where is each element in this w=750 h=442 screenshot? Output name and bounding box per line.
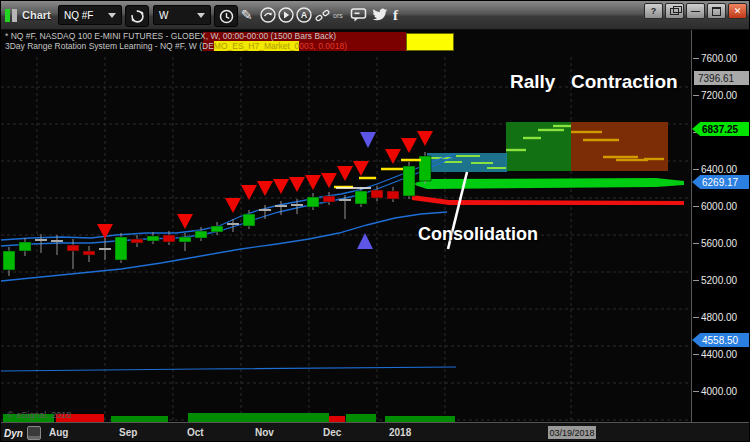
minimize-button[interactable]: — bbox=[686, 3, 705, 19]
chevron-down-icon bbox=[108, 13, 116, 18]
projection-zones bbox=[506, 122, 668, 171]
window-title: Chart bbox=[22, 5, 51, 25]
price-axis[interactable]: 7600.007200.006800.006400.006000.005600.… bbox=[691, 29, 750, 422]
sell-triangle-icon bbox=[225, 198, 241, 213]
price-tick-label: 7600.00 bbox=[701, 53, 737, 64]
time-axis-label: Nov bbox=[255, 427, 274, 438]
circled-play-icon bbox=[278, 7, 294, 23]
consolidation-band bbox=[427, 153, 507, 172]
app-icon bbox=[12, 9, 17, 22]
sell-triangle-icon bbox=[273, 179, 289, 194]
sell-triangle-icon bbox=[353, 161, 369, 176]
sell-triangle-icon bbox=[401, 138, 417, 153]
flat-level-line bbox=[1, 367, 456, 371]
contraction-annotation: Contraction bbox=[571, 71, 678, 93]
time-axis-label: 2018 bbox=[389, 427, 411, 438]
draw-tool-button[interactable]: ✎ bbox=[241, 5, 253, 25]
maximize-icon bbox=[712, 7, 721, 16]
price-tick-label: 6400.00 bbox=[701, 164, 737, 175]
price-tick-label: 4400.00 bbox=[701, 349, 737, 360]
price-tick-label: 4800.00 bbox=[701, 312, 737, 323]
time-templates-button[interactable] bbox=[214, 5, 238, 27]
blue-down-triangle-icon bbox=[360, 132, 376, 148]
pencil-icon: ✎ bbox=[241, 7, 253, 23]
chat-button[interactable] bbox=[350, 5, 367, 25]
symbol-value: NQ #F bbox=[64, 10, 93, 21]
refresh-globe-icon bbox=[130, 9, 145, 24]
time-axis-label: Sep bbox=[119, 427, 137, 438]
chart-title-overlay: * NQ #F, NASDAQ 100 E-MINI FUTURES - GLO… bbox=[5, 32, 347, 51]
price-badge-gray: 7396.61 bbox=[694, 71, 750, 85]
price-tick-label: 4000.00 bbox=[701, 386, 737, 397]
facebook-icon: f bbox=[393, 7, 398, 24]
circled-curve-arrow-icon bbox=[260, 7, 276, 23]
price-tick-label: 5600.00 bbox=[701, 238, 737, 249]
time-axis-label: Oct bbox=[187, 427, 204, 438]
twitter-icon bbox=[372, 8, 388, 22]
maximize-button[interactable] bbox=[707, 3, 726, 19]
sell-triangle-icon bbox=[289, 177, 305, 192]
close-button[interactable]: ✕ bbox=[728, 3, 747, 19]
symbol-search-button[interactable] bbox=[125, 5, 149, 27]
back-scroll-button[interactable] bbox=[260, 5, 276, 25]
help-button[interactable]: ? bbox=[644, 3, 663, 19]
auto-session-button[interactable]: A bbox=[296, 5, 312, 25]
sell-triangle-icon bbox=[177, 214, 193, 229]
time-axis[interactable]: Dyn 03/19/2018 AugSepOctNovDec2018 bbox=[1, 422, 750, 442]
price-badge-green: 6837.25 bbox=[692, 122, 750, 136]
dyn-button[interactable]: Dyn bbox=[4, 426, 41, 440]
link-icon bbox=[315, 8, 330, 23]
sell-triangle-icon bbox=[385, 149, 401, 164]
sell-triangle-icon bbox=[257, 181, 273, 196]
price-badge-blue: 6269.17 bbox=[692, 175, 750, 189]
study-highlight-bar-yellow bbox=[406, 33, 454, 51]
esignal-watermark: © eSignal, 2018 bbox=[7, 410, 71, 420]
restore-icon bbox=[670, 8, 679, 15]
candles bbox=[3, 152, 431, 276]
price-badge-blue: 4558.50 bbox=[692, 333, 750, 347]
red-level-band bbox=[412, 195, 684, 205]
interval-dropdown[interactable]: W bbox=[153, 5, 211, 25]
price-tick-label: 7200.00 bbox=[701, 90, 737, 101]
sell-triangle-icon bbox=[417, 131, 433, 146]
rally-annotation: Rally bbox=[510, 71, 555, 93]
svg-text:A: A bbox=[301, 10, 308, 20]
forward-scroll-button[interactable] bbox=[278, 5, 294, 25]
window-titlebar: Chart NQ #F W ✎ bbox=[1, 1, 750, 30]
ors-label: ors bbox=[333, 5, 343, 25]
sell-triangle-icon bbox=[337, 166, 353, 181]
study-title-line: 3Day Range Rotation System Learning - NQ… bbox=[5, 42, 347, 52]
level-bands bbox=[412, 178, 684, 205]
date-marker-badge: 03/19/2018 bbox=[548, 426, 596, 439]
price-tick-label: 6000.00 bbox=[701, 201, 737, 212]
circled-a-icon: A bbox=[296, 7, 312, 23]
chart-window: Chart NQ #F W ✎ bbox=[0, 0, 750, 442]
clock-icon bbox=[219, 9, 234, 24]
window-controls: ? — ✕ bbox=[644, 3, 747, 19]
blue-up-triangle-icon bbox=[357, 233, 373, 249]
study-param-highlight: MO_ES_H7_Market_0 bbox=[214, 41, 300, 51]
sell-triangle-icon bbox=[305, 175, 321, 190]
status-led-icon bbox=[5, 9, 10, 22]
time-axis-label: Dec bbox=[323, 427, 341, 438]
time-axis-label: Aug bbox=[49, 427, 68, 438]
green-level-band bbox=[412, 178, 684, 189]
interval-value: W bbox=[159, 10, 168, 21]
moving-average-lines bbox=[1, 154, 455, 281]
dyn-label: Dyn bbox=[4, 428, 23, 439]
restore-button[interactable] bbox=[665, 3, 684, 19]
chat-bubble-icon bbox=[350, 7, 367, 23]
axis-lock-icon bbox=[27, 426, 41, 440]
price-tick-label: 5200.00 bbox=[701, 275, 737, 286]
consolidation-annotation: Consolidation bbox=[418, 224, 538, 245]
symbol-dropdown[interactable]: NQ #F bbox=[58, 5, 122, 25]
chevron-down-icon bbox=[197, 13, 205, 18]
facebook-share-button[interactable]: f bbox=[393, 5, 398, 25]
link-tool-button[interactable] bbox=[315, 5, 330, 25]
twitter-share-button[interactable] bbox=[372, 5, 388, 25]
contraction-zone bbox=[571, 122, 668, 171]
